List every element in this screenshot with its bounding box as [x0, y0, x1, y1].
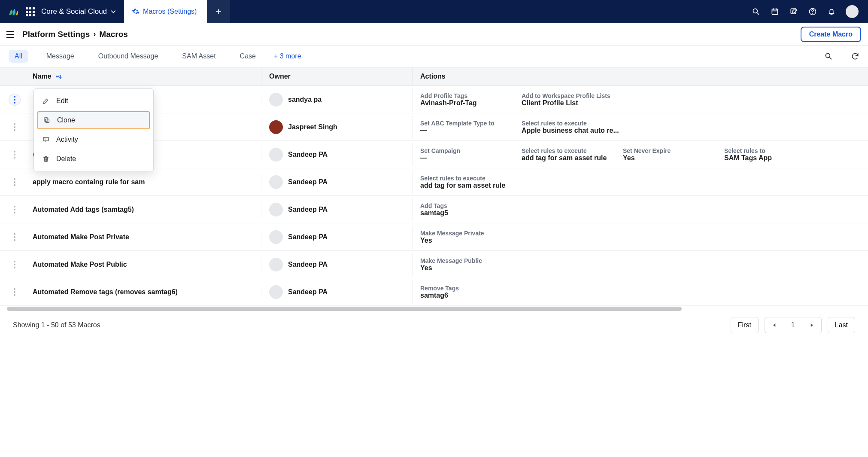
action-block: Select rules to executeadd tag for sam a…: [522, 147, 607, 162]
filter-more[interactable]: + 3 more: [274, 52, 301, 60]
table-search-icon[interactable]: [824, 52, 833, 61]
macro-name[interactable]: Automated Make Post Private: [29, 233, 261, 241]
owner-avatar: [269, 148, 283, 161]
macro-owner: Sandeep PA: [261, 258, 412, 271]
new-tab-button[interactable]: [207, 0, 230, 23]
action-block: Add to Workspace Profile ListsClient Pro…: [522, 92, 610, 107]
action-block: Set Never ExpireYes: [623, 147, 709, 162]
row-actions-handle[interactable]: [0, 123, 29, 131]
top-navbar: Core & Social Cloud Macros (Settings): [0, 0, 868, 23]
filter-message[interactable]: Message: [40, 50, 80, 63]
trash-icon: [42, 155, 50, 163]
filter-sam-asset[interactable]: SAM Asset: [176, 50, 222, 63]
macro-actions-cell: Remove Tagssamtag6: [412, 280, 868, 304]
breadcrumb-root[interactable]: Platform Settings: [22, 30, 90, 39]
workspace-switcher[interactable]: Core & Social Cloud: [41, 7, 116, 16]
breadcrumb: Platform Settings › Macros: [22, 30, 128, 39]
action-value: SAM Tags App: [724, 154, 810, 162]
kebab-icon: [14, 178, 15, 186]
pager-prev[interactable]: [765, 317, 784, 333]
col-header-actions: Actions: [412, 67, 868, 85]
action-value: Client Profile List: [522, 99, 610, 107]
compose-icon[interactable]: [789, 7, 798, 16]
table-row[interactable]: Automated Make Post PublicSandeep PAMake…: [0, 251, 868, 278]
table-row[interactable]: apply macro containg rule for samSandeep…: [0, 168, 868, 196]
col-header-name[interactable]: Name: [29, 73, 261, 80]
table-footer: Showing 1 - 50 of 53 Macros First 1 Last: [0, 312, 868, 338]
row-actions-handle[interactable]: [0, 261, 29, 268]
pager-next[interactable]: [802, 317, 822, 333]
menu-edit[interactable]: Edit: [37, 92, 150, 110]
row-actions-handle[interactable]: [0, 206, 29, 213]
menu-activity[interactable]: Activity: [37, 131, 150, 149]
menu-clone[interactable]: Clone: [37, 111, 150, 129]
action-block: Add Profile TagsAvinash-Prof-Tag: [420, 92, 506, 107]
filter-outbound-message[interactable]: Outbound Message: [92, 50, 164, 63]
user-avatar[interactable]: [846, 5, 859, 18]
filter-all[interactable]: All: [9, 50, 28, 63]
kebab-icon: [14, 96, 15, 104]
table-row[interactable]: Automated Make Post PrivateSandeep PAMak…: [0, 223, 868, 251]
top-right-icons: [742, 0, 868, 23]
triangle-left-icon: [772, 323, 777, 328]
owner-avatar: [269, 285, 283, 299]
gear-icon: [132, 8, 140, 15]
action-block: Set Campaign—: [420, 147, 506, 162]
svg-rect-6: [46, 119, 49, 122]
macro-actions-cell: Make Message PrivateYes: [412, 225, 868, 249]
action-value: Yes: [420, 237, 506, 244]
action-label: Make Message Private: [420, 230, 506, 237]
row-actions-handle[interactable]: [0, 151, 29, 158]
help-icon[interactable]: [808, 7, 817, 16]
macro-actions-cell: Select rules to executeadd tag for sam a…: [412, 171, 868, 194]
col-header-owner[interactable]: Owner: [261, 67, 412, 85]
macro-name[interactable]: Automated Remove tags (removes samtag6): [29, 288, 261, 296]
filter-case[interactable]: Case: [234, 50, 262, 63]
macro-owner: Sandeep PA: [261, 230, 412, 244]
apps-grid-icon[interactable]: [25, 6, 35, 17]
row-actions-handle[interactable]: [0, 233, 29, 241]
action-value: Yes: [623, 154, 709, 162]
bell-icon[interactable]: [827, 7, 836, 16]
menu-delete[interactable]: Delete: [37, 150, 150, 168]
pager-last[interactable]: Last: [828, 317, 855, 333]
table-header: Name Owner Actions: [0, 67, 868, 86]
macro-name[interactable]: Automated Make Post Public: [29, 261, 261, 268]
tab-macros-settings[interactable]: Macros (Settings): [124, 0, 207, 23]
calendar-icon[interactable]: [770, 7, 780, 16]
search-icon[interactable]: [751, 7, 761, 16]
kebab-icon: [14, 151, 15, 158]
chevron-down-icon: [110, 9, 116, 15]
macro-name[interactable]: Automated Add tags (samtag5): [29, 206, 261, 213]
owner-name: Sandeep PA: [288, 151, 328, 158]
row-actions-handle[interactable]: [0, 178, 29, 186]
table-row[interactable]: Automated Add tags (samtag5)Sandeep PAAd…: [0, 196, 868, 223]
action-block: Set ABC Template Type to—: [420, 120, 506, 134]
row-actions-handle[interactable]: [0, 94, 29, 106]
action-block: Select rules toSAM Tags App: [724, 147, 810, 162]
macro-actions-cell: Set ABC Template Type to—Select rules to…: [412, 116, 868, 139]
macro-actions-cell: Add Profile TagsAvinash-Prof-TagAdd to W…: [412, 88, 868, 111]
macro-owner: Sandeep PA: [261, 175, 412, 189]
workspace-name: Core & Social Cloud: [41, 7, 107, 16]
brand-logo-icon: [8, 6, 19, 17]
macro-name[interactable]: apply macro containg rule for sam: [29, 178, 261, 186]
row-actions-handle[interactable]: [0, 288, 29, 296]
kebab-icon: [14, 123, 15, 131]
action-value: samtag5: [420, 209, 506, 217]
create-macro-button[interactable]: Create Macro: [801, 27, 861, 42]
horizontal-scrollbar[interactable]: [0, 306, 868, 312]
scrollbar-thumb[interactable]: [7, 307, 682, 311]
triangle-right-icon: [809, 323, 814, 328]
refresh-icon[interactable]: [851, 52, 859, 61]
action-label: Set Never Expire: [623, 147, 709, 154]
menu-toggle-icon[interactable]: [4, 28, 16, 40]
owner-name: Jaspreet Singh: [288, 123, 337, 131]
pager-first[interactable]: First: [731, 317, 759, 333]
table-row[interactable]: Automated Remove tags (removes samtag6)S…: [0, 278, 868, 306]
kebab-icon: [14, 206, 15, 213]
col-header-name-label: Name: [33, 73, 52, 80]
svg-point-5: [826, 53, 830, 58]
action-label: Select rules to execute: [522, 120, 619, 127]
clone-icon: [42, 116, 51, 125]
